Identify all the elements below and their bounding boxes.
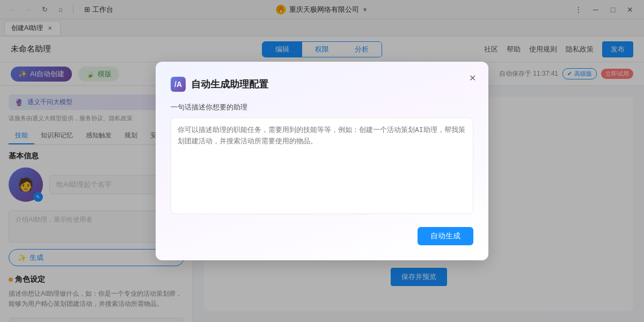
modal-textarea[interactable] [171, 118, 473, 214]
modal-generate-button[interactable]: 自动生成 [418, 227, 473, 245]
modal-icon: /A [171, 77, 186, 92]
modal: /A 自动生成助理配置 ✕ 一句话描述你想要的助理 自动生成 [156, 62, 488, 260]
modal-overlay: /A 自动生成助理配置 ✕ 一句话描述你想要的助理 自动生成 [0, 0, 644, 322]
modal-close-button[interactable]: ✕ [465, 70, 480, 85]
modal-footer: 自动生成 [171, 227, 473, 245]
modal-title: 自动生成助理配置 [191, 78, 268, 91]
modal-header: /A 自动生成助理配置 [171, 77, 473, 92]
modal-label: 一句话描述你想要的助理 [171, 103, 473, 112]
